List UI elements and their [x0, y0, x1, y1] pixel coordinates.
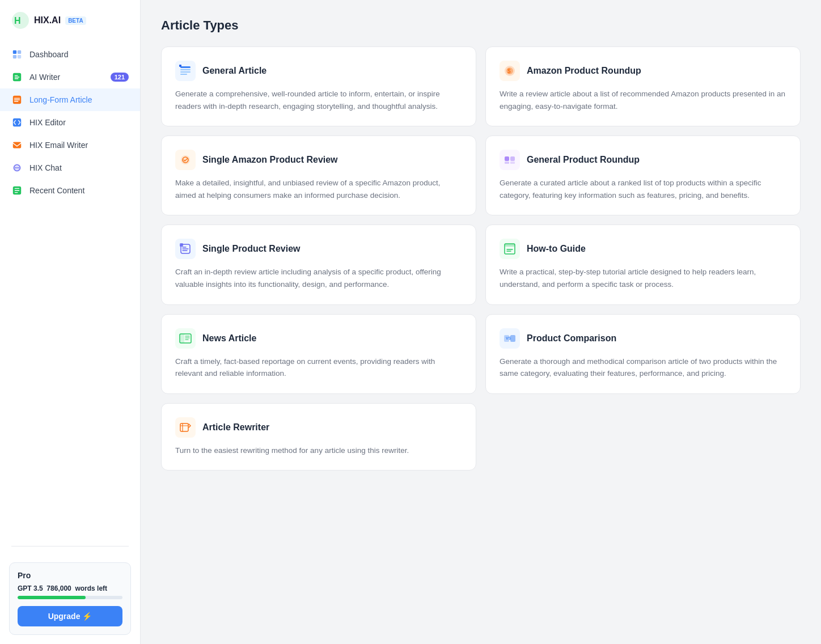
svg-rect-9: [13, 142, 21, 149]
ai-writer-label: AI Writer: [29, 73, 60, 82]
card-how-to-guide[interactable]: How-to Guide Write a practical, step-by-…: [485, 224, 801, 304]
card-news-article[interactable]: News Article Craft a timely, fact-based …: [161, 314, 476, 394]
article-cards-row-3: Single Product Review Craft an in-depth …: [161, 224, 801, 304]
card-general-article[interactable]: General Article Generate a comprehensive…: [161, 46, 476, 126]
card-general-product-roundup[interactable]: General Product Roundup Generate a curat…: [485, 135, 801, 215]
words-left-label: words left: [75, 584, 107, 592]
amazon-review-icon: [175, 150, 196, 170]
svg-text:$: $: [507, 68, 511, 74]
plan-box: Pro GPT 3.5 786,000 words left Upgrade ⚡: [9, 562, 131, 635]
general-article-icon: [175, 61, 196, 81]
card-product-roundup-header: General Product Roundup: [500, 150, 786, 170]
card-rewriter-header: Article Rewriter: [175, 417, 462, 438]
amazon-review-desc: Make a detailed, insightful, and unbiase…: [175, 177, 462, 201]
svg-rect-2: [13, 50, 16, 54]
svg-rect-3: [18, 50, 21, 54]
article-cards-row-1: General Article Generate a comprehensive…: [161, 46, 801, 126]
upgrade-button[interactable]: Upgrade ⚡: [18, 606, 122, 626]
sidebar-bottom: Pro GPT 3.5 786,000 words left Upgrade ⚡: [0, 553, 140, 644]
page-title: Article Types: [161, 18, 801, 33]
dashboard-icon: [11, 49, 23, 60]
plan-title: Pro: [18, 571, 122, 580]
hix-email-writer-label: HIX Email Writer: [29, 141, 88, 150]
words-left-count: 786,000: [46, 584, 71, 592]
article-cards-row-2: Single Amazon Product Review Make a deta…: [161, 135, 801, 215]
card-howto-header: How-to Guide: [500, 239, 786, 259]
logo-text: HIX.AI: [34, 15, 61, 26]
ai-writer-icon: [11, 71, 23, 83]
card-amazon-roundup-header: $ Amazon Product Roundup: [500, 61, 786, 81]
comparison-desc: Generate a thorough and methodical compa…: [500, 355, 786, 380]
article-cards-row-4: News Article Craft a timely, fact-based …: [161, 314, 801, 394]
sidebar: H HIX.AI BETA Dashboard: [0, 0, 141, 644]
svg-point-12: [15, 167, 16, 168]
product-roundup-desc: Generate a curated article about a ranke…: [500, 177, 786, 201]
single-product-title: Single Product Review: [202, 244, 300, 254]
card-single-product-review[interactable]: Single Product Review Craft an in-depth …: [161, 224, 476, 304]
product-roundup-icon: [500, 150, 520, 170]
sidebar-item-hix-chat[interactable]: HIX Chat: [0, 156, 140, 179]
card-product-comparison[interactable]: VS Product Comparison Generate a thoroug…: [485, 314, 801, 394]
amazon-review-title: Single Amazon Product Review: [202, 155, 338, 165]
howto-desc: Write a practical, step-by-step tutorial…: [500, 266, 786, 290]
hix-logo-icon: H: [11, 11, 29, 29]
logo-area: H HIX.AI BETA: [0, 0, 140, 39]
rewriter-title: Article Rewriter: [202, 422, 269, 433]
svg-rect-42: [180, 334, 184, 343]
svg-rect-32: [505, 162, 509, 164]
main-content: Article Types General Article Generate a…: [141, 0, 821, 644]
words-progress-bar: [18, 596, 122, 599]
news-article-icon: [175, 328, 196, 349]
svg-rect-37: [502, 241, 518, 257]
svg-text:H: H: [14, 16, 21, 26]
sidebar-navigation: Dashboard AI Writer 121 Long-Form Articl…: [0, 39, 140, 539]
long-form-article-label: Long-Form Article: [29, 95, 92, 104]
card-amazon-review-header: Single Amazon Product Review: [175, 150, 462, 170]
sidebar-item-recent-content[interactable]: Recent Content: [0, 179, 140, 202]
beta-badge: BETA: [65, 16, 86, 25]
hix-editor-icon: [11, 117, 23, 128]
hix-chat-icon: [11, 162, 23, 173]
sidebar-divider: [11, 546, 129, 546]
svg-text:VS: VS: [506, 336, 511, 340]
dashboard-label: Dashboard: [29, 50, 69, 59]
card-amazon-product-roundup[interactable]: $ Amazon Product Roundup Write a review …: [485, 46, 801, 126]
svg-rect-29: [502, 152, 518, 168]
general-article-title: General Article: [202, 66, 266, 76]
svg-rect-5: [18, 55, 21, 58]
svg-rect-18: [180, 69, 191, 70]
svg-rect-45: [510, 335, 515, 342]
single-product-icon: [175, 239, 196, 259]
card-news-header: News Article: [175, 328, 462, 349]
card-single-amazon-review[interactable]: Single Amazon Product Review Make a deta…: [161, 135, 476, 215]
card-general-article-header: General Article: [175, 61, 462, 81]
single-product-desc: Craft an in-depth review article includi…: [175, 266, 462, 290]
comparison-title: Product Comparison: [527, 333, 616, 344]
ai-writer-badge: 121: [111, 73, 129, 82]
card-article-rewriter[interactable]: Article Rewriter Turn to the easiest rew…: [161, 403, 476, 471]
hix-editor-label: HIX Editor: [29, 118, 66, 127]
amazon-roundup-title: Amazon Product Roundup: [527, 66, 641, 76]
product-comparison-icon: VS: [500, 328, 520, 349]
sidebar-item-hix-email-writer[interactable]: HIX Email Writer: [0, 134, 140, 156]
svg-rect-30: [505, 156, 509, 161]
svg-rect-20: [180, 74, 187, 75]
sidebar-item-hix-editor[interactable]: HIX Editor: [0, 111, 140, 134]
sidebar-item-long-form-article[interactable]: Long-Form Article: [0, 88, 140, 111]
svg-rect-39: [505, 244, 515, 247]
svg-rect-47: [177, 420, 193, 435]
svg-rect-21: [179, 65, 181, 67]
recent-content-icon: [11, 185, 23, 196]
empty-placeholder: [485, 403, 801, 471]
rewriter-desc: Turn to the easiest rewriting method for…: [175, 444, 462, 457]
sidebar-item-dashboard[interactable]: Dashboard: [0, 43, 140, 66]
product-roundup-title: General Product Roundup: [527, 155, 640, 165]
long-form-article-icon: [11, 94, 23, 105]
card-single-product-header: Single Product Review: [175, 239, 462, 259]
svg-rect-17: [180, 66, 191, 68]
sidebar-item-ai-writer[interactable]: AI Writer 121: [0, 66, 140, 88]
amazon-roundup-desc: Write a review article about a list of r…: [500, 88, 786, 112]
hix-chat-label: HIX Chat: [29, 163, 62, 172]
hix-email-writer-icon: [11, 139, 23, 151]
recent-content-label: Recent Content: [29, 186, 84, 195]
